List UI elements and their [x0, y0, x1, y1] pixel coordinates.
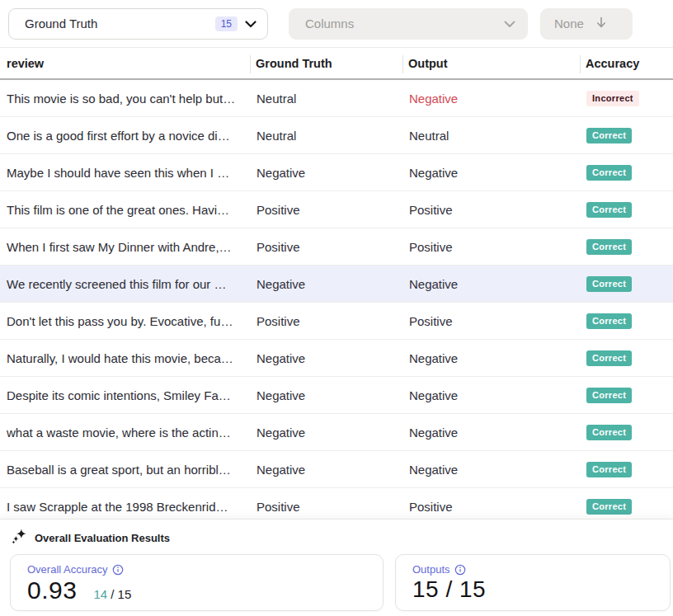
- toolbar: Ground Truth 15 Columns None: [0, 0, 673, 47]
- table-row[interactable]: This movie is so bad, you can't help but…: [0, 80, 673, 117]
- accuracy-badge: Correct: [586, 165, 632, 181]
- overall-accuracy-card: Overall Accuracy 0.93 14 / 15: [10, 554, 384, 611]
- ground-truth-cell: Negative: [250, 426, 402, 440]
- panel-header: Overall Evaluation Results: [0, 520, 673, 548]
- accuracy-badge: Correct: [586, 202, 632, 218]
- accuracy-badge: Correct: [586, 350, 632, 366]
- table-row[interactable]: One is a good first effort by a novice d…: [0, 117, 673, 154]
- output-cell: Negative: [402, 426, 580, 440]
- ground-truth-cell: Negative: [250, 388, 402, 402]
- ground-truth-cell: Negative: [250, 351, 402, 365]
- overall-accuracy-label: Overall Accuracy: [27, 563, 108, 576]
- review-cell: I saw Scrapple at the 1998 Breckenrid…: [0, 500, 250, 514]
- sort-button-label: None: [554, 16, 584, 31]
- info-icon[interactable]: [112, 564, 124, 576]
- evaluation-view: Ground Truth 15 Columns None review Grou…: [0, 0, 673, 616]
- review-cell: Baseball is a great sport, but an horrib…: [0, 463, 250, 477]
- accuracy-cell: Correct: [580, 387, 673, 403]
- row-count-badge: 15: [215, 16, 238, 31]
- review-cell: One is a good first effort by a novice d…: [0, 129, 250, 143]
- output-cell: Negative: [402, 92, 580, 106]
- accuracy-cell: Correct: [580, 164, 673, 181]
- info-icon[interactable]: [454, 564, 466, 576]
- review-cell: Don't let this pass you by. Evocative, f…: [0, 314, 250, 328]
- columns-select-placeholder: Columns: [305, 16, 504, 31]
- accuracy-cell: Correct: [580, 201, 673, 218]
- ground-truth-cell: Positive: [250, 203, 402, 217]
- outputs-label: Outputs: [412, 563, 450, 576]
- review-cell: This movie is so bad, you can't help but…: [0, 92, 250, 106]
- accuracy-badge: Correct: [586, 276, 632, 292]
- accuracy-cell: Correct: [580, 461, 673, 477]
- accuracy-cell: Correct: [580, 498, 673, 515]
- accuracy-cell: Correct: [580, 238, 673, 255]
- column-header-accuracy[interactable]: Accuracy: [586, 48, 639, 78]
- output-cell: Negative: [402, 463, 580, 477]
- overall-accuracy-value: 0.93: [27, 576, 77, 604]
- output-cell: Negative: [402, 388, 580, 402]
- table-row[interactable]: Don't let this pass you by. Evocative, f…: [0, 303, 673, 340]
- accuracy-badge: Correct: [586, 462, 632, 477]
- table-row[interactable]: When I first saw My Dinner with Andre,… …: [0, 228, 673, 266]
- output-cell: Positive: [402, 314, 580, 328]
- review-cell: what a waste movie, where is the actin…: [0, 426, 250, 440]
- sparkles-icon: [12, 528, 27, 548]
- output-cell: Negative: [402, 166, 580, 180]
- accuracy-cell: Correct: [580, 275, 673, 292]
- column-divider: [250, 55, 251, 73]
- table-body: This movie is so bad, you can't help but…: [0, 80, 673, 525]
- ground-truth-cell: Positive: [250, 240, 402, 254]
- chevron-down-icon: [245, 16, 256, 31]
- results-cards: Overall Accuracy 0.93 14 / 15 Outputs: [0, 554, 673, 611]
- accuracy-cell: Correct: [580, 127, 673, 143]
- column-header-review[interactable]: review: [7, 48, 44, 78]
- outputs-card: Outputs 15 / 15: [395, 554, 671, 611]
- accuracy-cell: Correct: [580, 424, 673, 440]
- table-row[interactable]: This film is one of the great ones. Havi…: [0, 191, 673, 228]
- table-header: review Ground Truth Output Accuracy: [0, 47, 673, 80]
- accuracy-cell: Correct: [580, 350, 673, 366]
- column-header-output[interactable]: Output: [408, 48, 448, 78]
- output-cell: Positive: [402, 500, 580, 514]
- column-divider: [402, 55, 403, 73]
- table-row[interactable]: Despite its comic intentions, Smiley Fa……: [0, 377, 673, 414]
- column-header-ground-truth[interactable]: Ground Truth: [256, 48, 332, 78]
- chevron-down-icon: [504, 16, 515, 31]
- ground-truth-cell: Negative: [250, 166, 402, 180]
- output-cell: Positive: [402, 203, 580, 217]
- sort-button[interactable]: None: [540, 8, 633, 40]
- ground-truth-cell: Positive: [250, 314, 402, 328]
- ground-truth-cell: Positive: [250, 500, 402, 514]
- accuracy-badge: Incorrect: [586, 91, 639, 106]
- ground-truth-cell: Neutral: [250, 129, 402, 143]
- output-cell: Negative: [402, 277, 580, 291]
- review-cell: This film is one of the great ones. Havi…: [0, 203, 250, 217]
- review-cell: Maybe I should have seen this when I …: [0, 166, 250, 180]
- outputs-value: 15 / 15: [412, 576, 486, 603]
- output-cell: Negative: [402, 351, 580, 365]
- ground-truth-select-label: Ground Truth: [25, 16, 215, 31]
- overall-results-panel: Overall Evaluation Results Overall Accur…: [0, 519, 673, 616]
- accuracy-badge: Correct: [586, 313, 632, 329]
- accuracy-badge: Correct: [586, 425, 632, 440]
- output-cell: Positive: [402, 240, 580, 254]
- panel-title: Overall Evaluation Results: [35, 532, 170, 544]
- accuracy-badge: Correct: [586, 128, 632, 143]
- ground-truth-cell: Negative: [250, 463, 402, 477]
- output-cell: Neutral: [402, 129, 580, 143]
- accuracy-fraction: 14 / 15: [93, 587, 131, 601]
- accuracy-badge: Correct: [586, 499, 632, 515]
- table-row[interactable]: Naturally, I would hate this movie, beca…: [0, 340, 673, 377]
- accuracy-badge: Correct: [586, 239, 632, 255]
- ground-truth-select[interactable]: Ground Truth 15: [8, 8, 268, 40]
- ground-truth-cell: Neutral: [250, 92, 402, 106]
- column-divider: [580, 55, 581, 73]
- arrow-down-icon: [596, 16, 606, 31]
- table-row[interactable]: Maybe I should have seen this when I … N…: [0, 154, 673, 191]
- table-row[interactable]: We recently screened this film for our ……: [0, 266, 673, 303]
- table-row[interactable]: Baseball is a great sport, but an horrib…: [0, 451, 673, 488]
- columns-select[interactable]: Columns: [289, 8, 528, 40]
- accuracy-cell: Correct: [580, 313, 673, 329]
- table-row[interactable]: what a waste movie, where is the actin… …: [0, 414, 673, 451]
- review-cell: When I first saw My Dinner with Andre,…: [0, 240, 250, 254]
